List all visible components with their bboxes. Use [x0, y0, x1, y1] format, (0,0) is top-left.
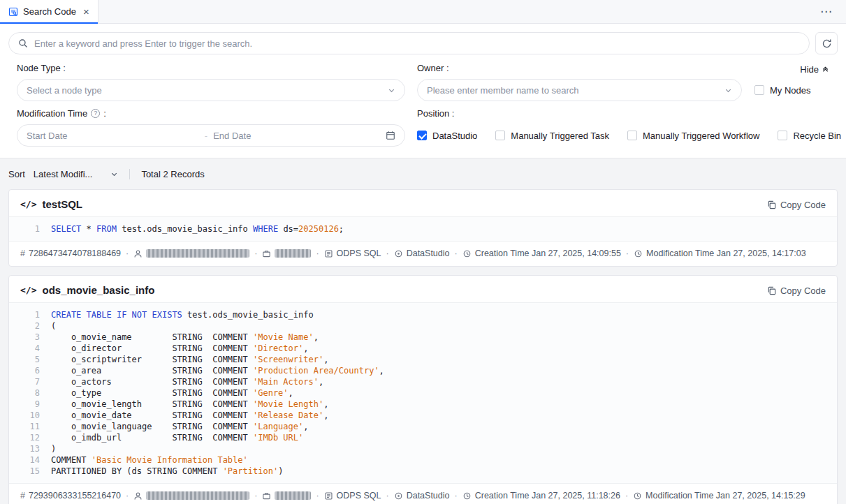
meta-separator: ·: [311, 491, 323, 501]
tab-bar: Search Code × ⋯: [0, 0, 846, 24]
code-line: 1CREATE TABLE IF NOT EXISTS test.ods_mov…: [9, 309, 837, 320]
meta-text: 7293906333155216470: [29, 491, 121, 501]
node-type-select[interactable]: Select a node type: [17, 79, 405, 101]
hash-icon: #: [20, 491, 25, 501]
chevron-down-icon: [110, 170, 118, 178]
meta-separator: ·: [621, 249, 634, 258]
sort-select[interactable]: Latest Modifi...: [34, 169, 119, 179]
node-title[interactable]: ods_movie_basic_info: [42, 284, 154, 296]
redacted-text: [146, 491, 249, 500]
position-icon: [394, 491, 403, 501]
code-text: o_movie_language STRING COMMENT 'Languag…: [51, 421, 308, 432]
meta-item: Modification Time Jan 27, 2025, 14:17:03: [634, 249, 806, 258]
code-text: SELECT * FROM test.ods_movie_basic_info …: [51, 223, 344, 235]
owner-select[interactable]: Please enter member name to search: [417, 79, 742, 101]
code-text: o_imdb_url STRING COMMENT 'IMDb URL': [51, 432, 303, 443]
line-number: 9: [9, 399, 51, 410]
code-line: 13): [9, 443, 837, 454]
meta-text: Modification Time Jan 27, 2025, 14:15:29: [646, 491, 805, 501]
line-number: 8: [9, 387, 51, 399]
line-number: 4: [9, 343, 51, 354]
line-number: 14: [9, 454, 51, 466]
meta-item: Creation Time Jan 27, 2025, 11:18:26: [462, 491, 620, 501]
more-menu-icon[interactable]: ⋯: [808, 0, 846, 23]
meta-item: DataStudio: [394, 491, 450, 501]
checkbox-box[interactable]: [417, 131, 427, 140]
owner-label: Owner :: [417, 63, 841, 73]
code-line: 8 o_type STRING COMMENT 'Genre',: [9, 387, 837, 399]
workspace-icon: [262, 249, 271, 258]
line-number: 5: [9, 354, 51, 365]
results-panel: Sort Latest Modifi... Total 2 Records </…: [0, 158, 846, 504]
code-block: 1CREATE TABLE IF NOT EXISTS test.ods_mov…: [9, 302, 837, 484]
meta-item: Modification Time Jan 27, 2025, 14:15:29: [633, 491, 805, 501]
checkbox-datastudio[interactable]: DataStudio: [417, 131, 477, 141]
date-range-input[interactable]: Start Date - End Date: [17, 124, 405, 147]
sort-row: Sort Latest Modifi... Total 2 Records: [8, 158, 838, 189]
code-line: 6 o_area STRING COMMENT 'Production Area…: [9, 365, 837, 376]
filter-panel: Hide Node Type : Select a node type Owne…: [0, 54, 846, 158]
meta-text: Creation Time Jan 27, 2025, 11:18:26: [475, 491, 620, 501]
meta-separator: ·: [121, 491, 133, 501]
meta-text: Modification Time Jan 27, 2025, 14:17:03: [646, 249, 806, 258]
user-icon: [133, 491, 143, 501]
search-code-icon: [8, 7, 18, 17]
code-line: 2(: [9, 320, 837, 332]
line-number: 1: [9, 223, 51, 235]
help-icon[interactable]: ?: [91, 109, 100, 118]
line-number: 3: [9, 332, 51, 343]
code-line: 10 o_movie_date STRING COMMENT 'Release …: [9, 410, 837, 421]
hash-icon: #: [20, 249, 25, 258]
clock-icon: [634, 249, 643, 258]
meta-separator: ·: [450, 249, 462, 258]
copy-code-label: Copy Code: [780, 286, 826, 296]
code-line: 14COMMENT 'Basic Movie Information Table…: [9, 454, 837, 466]
redacted-text: [275, 491, 311, 500]
checkbox-label: Recycle Bin: [793, 131, 841, 141]
checkbox-box[interactable]: [495, 131, 505, 140]
refresh-button[interactable]: [815, 32, 838, 54]
checkbox-label: My Nodes: [770, 85, 811, 96]
checkbox-box[interactable]: [778, 131, 787, 140]
line-number: 12: [9, 432, 51, 443]
code-line: 11 o_movie_language STRING COMMENT 'Lang…: [9, 421, 837, 432]
hide-filters-link[interactable]: Hide: [800, 64, 829, 75]
tab-search-code[interactable]: Search Code ×: [0, 0, 99, 23]
meta-row: #7293906333155216470···ODPS SQL·DataStud…: [9, 484, 837, 504]
node-title[interactable]: testSQL: [42, 198, 82, 210]
result-card: </> testSQL Copy Code 1SELECT * FROM tes…: [8, 189, 838, 267]
meta-item: #7293906333155216470: [20, 491, 121, 501]
code-text: COMMENT 'Basic Movie Information Table': [51, 454, 248, 466]
code-text: o_movie_date STRING COMMENT 'Release Dat…: [51, 410, 328, 421]
checkbox-manually-triggered-workflow[interactable]: Manually Triggered Workflow: [627, 131, 759, 141]
node-type-label: Node Type :: [17, 63, 405, 73]
copy-code-button[interactable]: Copy Code: [767, 286, 826, 296]
code-line: 15PARTITIONED BY (ds STRING COMMENT 'Par…: [9, 466, 837, 477]
checkbox-box[interactable]: [627, 131, 637, 140]
search-input[interactable]: Enter a keyword and press Enter to trigg…: [8, 32, 810, 54]
code-line: 12 o_imdb_url STRING COMMENT 'IMDb URL': [9, 432, 837, 443]
copy-code-button[interactable]: Copy Code: [767, 200, 826, 210]
position-options: DataStudioManually Triggered TaskManuall…: [417, 124, 841, 147]
checkbox-label: Manually Triggered Workflow: [643, 131, 759, 141]
search-placeholder: Enter a keyword and press Enter to trigg…: [34, 38, 252, 49]
meta-text: DataStudio: [407, 249, 450, 258]
meta-item: DataStudio: [394, 249, 450, 258]
meta-text: 7286473474078188469: [29, 249, 121, 258]
code-line: 1SELECT * FROM test.ods_movie_basic_info…: [9, 223, 837, 235]
sort-label: Sort: [8, 169, 25, 179]
chevron-down-icon: [388, 87, 395, 94]
tab-close-icon[interactable]: ×: [83, 6, 89, 17]
meta-separator: ·: [249, 249, 262, 258]
search-icon: [18, 38, 28, 48]
meta-item: Creation Time Jan 27, 2025, 14:09:55: [462, 249, 621, 258]
line-number: 7: [9, 376, 51, 387]
code-text: o_movie_name STRING COMMENT 'Movie Name'…: [51, 332, 319, 343]
checkbox-box[interactable]: [754, 85, 764, 95]
checkbox-recycle-bin[interactable]: Recycle Bin: [778, 131, 841, 141]
code-text: o_director STRING COMMENT 'Director',: [51, 343, 308, 354]
checkbox-my-nodes[interactable]: My Nodes: [754, 85, 811, 96]
meta-text: DataStudio: [407, 491, 450, 501]
checkbox-manually-triggered-task[interactable]: Manually Triggered Task: [495, 131, 609, 141]
chevron-down-icon: [724, 87, 732, 94]
